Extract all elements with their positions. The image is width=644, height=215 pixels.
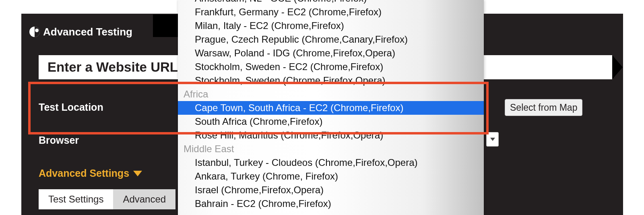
- start-test-caret-icon[interactable]: [612, 55, 623, 79]
- dropdown-option[interactable]: Prague, Czech Republic (Chrome,Canary,Fi…: [178, 33, 484, 46]
- dropdown-option[interactable]: Stockholm, Sweden (Chrome,Firefox,Opera): [178, 74, 484, 87]
- dropdown-option[interactable]: Amsterdam, NL - GCE (Chrome,Firefox): [178, 0, 484, 5]
- dropdown-option[interactable]: Stockholm, Sweden - EC2 (Chrome,Firefox): [178, 60, 484, 74]
- subtab-test-settings[interactable]: Test Settings: [39, 189, 113, 209]
- dropdown-option[interactable]: South Africa (Chrome,Firefox): [178, 115, 484, 128]
- advanced-settings-label: Advanced Settings: [39, 167, 129, 179]
- select-from-map-button[interactable]: Select from Map: [505, 99, 582, 116]
- dropdown-option[interactable]: Cape Town, South Africa - EC2 (Chrome,Fi…: [178, 101, 484, 115]
- brand-globe-icon: [29, 27, 40, 37]
- dropdown-option[interactable]: Rose Hill, Mauritius (Chrome,Firefox,Ope…: [178, 128, 484, 142]
- dropdown-option[interactable]: Frankfurt, Germany - EC2 (Chrome,Firefox…: [178, 5, 484, 19]
- dropdown-option[interactable]: Istanbul, Turkey - Cloudeos (Chrome,Fire…: [178, 156, 484, 170]
- dropdown-group-label: Africa: [178, 87, 484, 101]
- subtab-advanced[interactable]: Advanced: [113, 189, 175, 209]
- dropdown-option[interactable]: Milan, Italy - EC2 (Chrome,Firefox): [178, 19, 484, 33]
- label-browser: Browser: [39, 134, 79, 146]
- triangle-down-icon: [133, 171, 142, 176]
- dropdown-option[interactable]: Warsaw, Poland - IDG (Chrome,Firefox,Ope…: [178, 46, 484, 60]
- tab-label: Advanced Testing: [43, 26, 132, 38]
- url-placeholder-text: Enter a Website URL: [47, 60, 178, 75]
- dropdown-option[interactable]: Ankara, Turkey (Chrome, Firefox): [178, 170, 484, 183]
- dropdown-option[interactable]: Israel (Chrome,Firefox,Opera): [178, 183, 484, 197]
- test-location-dropdown[interactable]: Amsterdam, NL - GCE (Chrome,Firefox)Fran…: [178, 0, 484, 215]
- advanced-settings-toggle[interactable]: Advanced Settings: [39, 167, 142, 179]
- chevron-down-icon: [490, 138, 495, 141]
- dropdown-group-label: Middle East: [178, 142, 484, 156]
- label-test-location: Test Location: [39, 101, 103, 113]
- tab-row: Advanced Testing: [29, 21, 134, 43]
- dropdown-option[interactable]: Bahrain - EC2 (Chrome,Firefox): [178, 197, 484, 211]
- subtabs: Test Settings Advanced: [39, 189, 175, 209]
- browser-select[interactable]: [486, 132, 499, 147]
- tab-advanced-testing[interactable]: Advanced Testing: [29, 21, 134, 43]
